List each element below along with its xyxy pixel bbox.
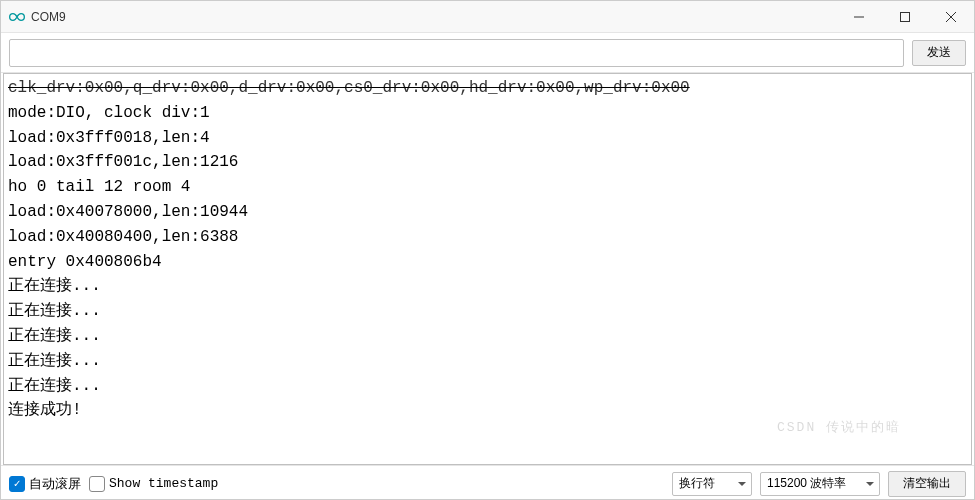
line-ending-select[interactable]: 换行符 — [672, 472, 752, 496]
autoscroll-checkbox-group[interactable]: 自动滚屏 — [9, 475, 81, 493]
send-toolbar: 发送 — [1, 33, 974, 73]
console-line: 连接成功! — [8, 398, 967, 423]
svg-rect-1 — [901, 12, 910, 21]
statusbar: 自动滚屏 Show timestamp 换行符 115200 波特率 清空输出 — [1, 465, 974, 500]
console-line: ho 0 tail 12 room 4 — [8, 175, 967, 200]
console-line: 正在连接... — [8, 299, 967, 324]
console-line: 正在连接... — [8, 374, 967, 399]
maximize-button[interactable] — [882, 1, 928, 32]
console-line: 正在连接... — [8, 349, 967, 374]
console-line: mode:DIO, clock div:1 — [8, 101, 967, 126]
titlebar: COM9 — [1, 1, 974, 33]
send-button[interactable]: 发送 — [912, 40, 966, 66]
console-line: load:0x40078000,len:10944 — [8, 200, 967, 225]
minimize-button[interactable] — [836, 1, 882, 32]
console-line: 正在连接... — [8, 274, 967, 299]
autoscroll-label: 自动滚屏 — [29, 475, 81, 493]
timestamp-checkbox-group[interactable]: Show timestamp — [89, 476, 218, 492]
serial-output[interactable]: clk_drv:0x00,q_drv:0x00,d_drv:0x00,cs0_d… — [3, 73, 972, 465]
baud-rate-value: 115200 波特率 — [767, 475, 846, 492]
console-line: clk_drv:0x00,q_drv:0x00,d_drv:0x00,cs0_d… — [8, 76, 967, 101]
clear-output-button[interactable]: 清空输出 — [888, 471, 966, 497]
console-line: load:0x40080400,len:6388 — [8, 225, 967, 250]
console-line: load:0x3fff001c,len:1216 — [8, 150, 967, 175]
serial-input[interactable] — [9, 39, 904, 67]
timestamp-checkbox[interactable] — [89, 476, 105, 492]
console-line: entry 0x400806b4 — [8, 250, 967, 275]
console-line: 正在连接... — [8, 324, 967, 349]
console-line: load:0x3fff0018,len:4 — [8, 126, 967, 151]
line-ending-value: 换行符 — [679, 475, 715, 492]
timestamp-label: Show timestamp — [109, 476, 218, 491]
arduino-icon — [9, 9, 25, 25]
close-button[interactable] — [928, 1, 974, 32]
autoscroll-checkbox[interactable] — [9, 476, 25, 492]
window-title: COM9 — [31, 10, 836, 24]
baud-rate-select[interactable]: 115200 波特率 — [760, 472, 880, 496]
window-controls — [836, 1, 974, 32]
